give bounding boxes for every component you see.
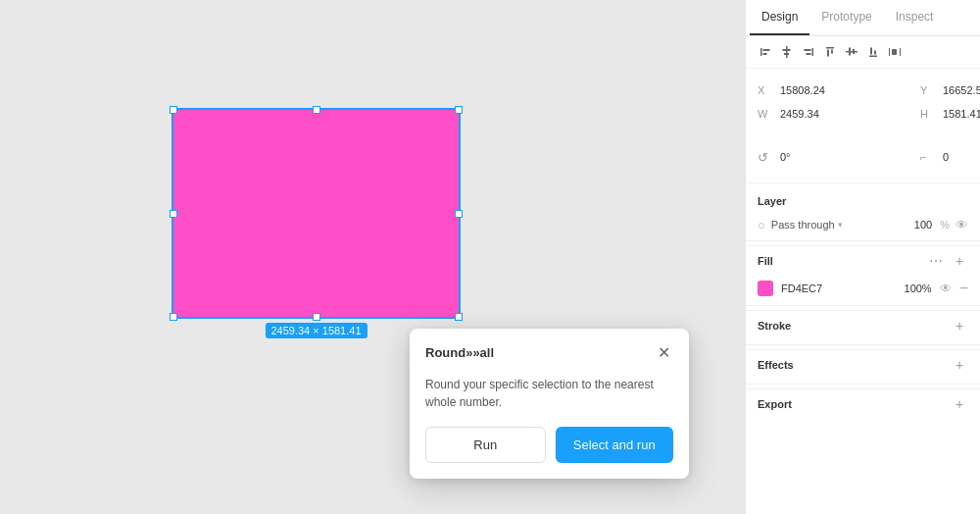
x-input[interactable] [775,81,920,99]
x-label: X [758,84,771,96]
svg-rect-4 [783,49,791,51]
handle-top-right[interactable] [455,106,463,114]
w-label: W [758,108,771,120]
svg-rect-8 [807,53,811,55]
align-center-h-icon[interactable] [779,44,795,60]
position-size-grid: X Y W H ▲ ▼ [746,69,980,135]
rotation-input[interactable] [775,148,920,166]
dialog-buttons: Run Select and run [425,427,673,463]
y-input[interactable] [938,81,980,99]
dialog-title: Round»»all [425,345,494,360]
divider-1 [746,182,980,183]
align-right-icon[interactable] [801,44,816,60]
svg-rect-19 [900,48,901,56]
fill-color-swatch[interactable] [758,281,773,296]
svg-rect-15 [869,56,877,58]
handle-right-mid[interactable] [455,210,463,218]
handle-top-left[interactable] [170,106,177,114]
run-button[interactable]: Run [425,427,546,463]
svg-rect-9 [826,47,834,49]
align-top-icon[interactable] [822,44,838,60]
dialog-header: Round»»all ✕ [410,329,689,372]
fill-label: Fill [758,255,773,267]
panel-scrollable: X Y W H ▲ ▼ ↺ [746,36,980,514]
align-center-v-icon[interactable] [844,44,859,60]
fill-grid-icon[interactable]: ⋯ [927,252,945,270]
y-prop: Y [920,78,980,102]
layer-row: ○ Pass through ▾ % 👁 [746,213,980,236]
divider-4 [746,344,980,345]
rotation-label: ↺ [758,150,771,165]
svg-rect-6 [812,48,814,56]
stroke-section-header: Stroke + [746,310,980,340]
corner-input[interactable] [938,148,980,166]
fill-remove-icon[interactable]: − [959,280,968,297]
export-section-header: Export + [746,388,980,419]
corner-label: ⌐ [920,151,934,163]
select-and-run-button[interactable]: Select and run [556,427,674,463]
x-prop: X [758,78,920,102]
svg-rect-0 [760,48,762,56]
blend-chevron-icon: ▾ [838,220,843,230]
fill-row: FD4EC7 100% 👁 − [746,276,980,301]
fill-actions: ⋯ + [927,252,968,270]
svg-rect-12 [846,51,858,53]
handle-bottom-mid[interactable] [313,313,320,321]
align-left-icon[interactable] [758,44,773,60]
w-input[interactable] [775,105,920,123]
opacity-input[interactable] [899,217,934,232]
effects-actions: + [951,356,968,374]
canvas-area[interactable]: 2459.34 × 1581.41 Round»»all ✕ Round you… [0,0,745,514]
effects-add-icon[interactable]: + [951,356,968,374]
svg-rect-1 [763,49,770,51]
fill-visibility-icon[interactable]: 👁 [940,282,952,295]
divider-2 [746,240,980,241]
blend-mode-select[interactable]: Pass through ▾ [771,219,893,231]
size-label: 2459.34 × 1581.41 [265,323,367,338]
distribute-icon[interactable] [887,44,903,60]
rotation-prop: ↺ [758,145,920,169]
fill-hex[interactable]: FD4EC7 [781,283,893,294]
layer-section-label: Layer [746,187,980,213]
tab-design[interactable]: Design [750,0,809,35]
effects-label: Effects [758,359,794,371]
panel-tabs: Design Prototype Inspect [746,0,980,36]
blend-circle-icon: ○ [758,218,765,232]
handle-left-mid[interactable] [170,210,177,218]
svg-rect-5 [784,53,789,55]
handle-top-mid[interactable] [313,106,320,114]
percent-label: % [940,219,950,231]
canvas-shape[interactable]: 2459.34 × 1581.41 [172,108,461,319]
dialog-body: Round your specific selection to the nea… [410,372,689,479]
svg-rect-14 [853,49,855,54]
fill-section-header: Fill ⋯ + [746,245,980,276]
export-label: Export [758,398,792,410]
blend-mode-label: Pass through [771,219,835,231]
h-prop: H ▲ ▼ [920,102,980,126]
handle-bottom-right[interactable] [455,313,463,321]
h-input[interactable] [938,105,980,123]
visibility-icon[interactable]: 👁 [956,218,968,232]
svg-rect-2 [763,53,767,55]
svg-rect-20 [892,49,897,55]
close-button[interactable]: ✕ [654,342,673,362]
svg-rect-7 [805,49,811,51]
fill-opacity[interactable]: 100% [901,283,932,294]
h-label: H [920,108,934,120]
handle-bottom-left[interactable] [170,313,177,321]
svg-rect-3 [786,46,788,58]
right-panel: Design Prototype Inspect [745,0,980,514]
fill-add-icon[interactable]: + [951,252,968,270]
tab-prototype[interactable]: Prototype [809,0,883,35]
svg-rect-11 [831,50,833,54]
align-bottom-icon[interactable] [865,44,881,60]
export-actions: + [951,395,968,413]
stroke-add-icon[interactable]: + [951,317,968,334]
svg-rect-18 [889,48,890,56]
svg-rect-13 [849,48,851,56]
y-label: Y [920,84,934,96]
svg-rect-16 [870,48,872,55]
tab-inspect[interactable]: Inspect [884,0,946,35]
plugin-dialog: Round»»all ✕ Round your specific selecti… [410,329,689,479]
export-add-icon[interactable]: + [951,395,968,413]
